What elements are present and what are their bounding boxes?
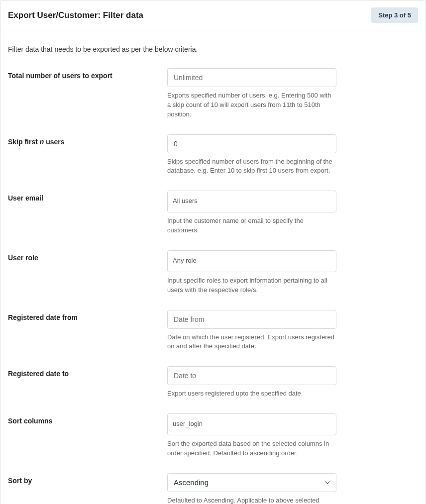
email-input[interactable]: All users [167, 191, 336, 212]
panel-body: Filter data that needs to be exported as… [0, 30, 426, 504]
role-control: Any role Input specific roles to export … [167, 250, 336, 295]
email-control: All users Input the customer name or ema… [167, 191, 336, 235]
intro-text: Filter data that needs to be exported as… [8, 45, 418, 53]
date-to-control: Export users registered upto the specifi… [167, 366, 336, 399]
date-to-input[interactable] [167, 366, 336, 385]
offset-control: Skips specified number of users from the… [167, 134, 336, 176]
field-sort-by: Sort by Ascending Defaulted to Ascending… [8, 473, 418, 504]
export-panel: Export User/Customer: Filter data Step 3… [0, 0, 426, 504]
field-limit: Total number of users to export Exports … [8, 68, 418, 119]
limit-control: Exports specified number of users. e.g. … [167, 68, 336, 119]
field-date-to: Registered date to Export users register… [8, 366, 418, 399]
date-to-label: Registered date to [8, 366, 167, 378]
field-date-from: Registered date from Date on which the u… [8, 310, 418, 352]
sort-by-label: Sort by [8, 473, 167, 485]
email-placeholder: All users [173, 197, 198, 204]
limit-input[interactable] [167, 68, 336, 87]
offset-label-post: users [44, 138, 64, 146]
limit-helper: Exports specified number of users. e.g. … [167, 91, 336, 119]
sort-by-select[interactable]: Ascending [167, 473, 336, 492]
date-from-input[interactable] [167, 310, 336, 329]
date-from-label: Registered date from [8, 310, 167, 321]
sort-columns-input[interactable]: user_login [167, 413, 336, 435]
sort-columns-value: user_login [173, 420, 203, 427]
sort-by-helper: Defaulted to Ascending. Applicable to ab… [167, 496, 336, 504]
page-title: Export User/Customer: Filter data [8, 10, 143, 20]
sort-columns-label: Sort columns [8, 413, 167, 425]
limit-label: Total number of users to export [8, 68, 167, 80]
sort-by-control: Ascending Defaulted to Ascending. Applic… [167, 473, 336, 504]
sort-by-select-wrap: Ascending [167, 473, 336, 492]
offset-label: Skip first n users [8, 134, 167, 146]
field-offset: Skip first n users Skips specified numbe… [8, 134, 418, 176]
field-role: User role Any role Input specific roles … [8, 250, 418, 295]
offset-label-pre: Skip first [8, 138, 40, 146]
sort-columns-control: user_login Sort the exported data based … [167, 413, 336, 458]
offset-helper: Skips specified number of users from the… [167, 157, 336, 176]
role-label: User role [8, 250, 167, 262]
sort-columns-helper: Sort the exported data based on the sele… [167, 439, 336, 458]
field-email: User email All users Input the customer … [8, 191, 418, 235]
offset-input[interactable] [167, 134, 336, 153]
role-placeholder: Any role [173, 257, 197, 264]
role-helper: Input specific roles to export informati… [167, 276, 336, 295]
email-label: User email [8, 191, 167, 202]
step-badge: Step 3 of 5 [371, 7, 418, 23]
date-from-control: Date on which the user registered. Expor… [167, 310, 336, 352]
role-input[interactable]: Any role [167, 250, 336, 272]
email-helper: Input the customer name or email to spec… [167, 216, 336, 235]
date-from-helper: Date on which the user registered. Expor… [167, 333, 336, 352]
panel-header: Export User/Customer: Filter data Step 3… [0, 0, 426, 30]
field-sort-columns: Sort columns user_login Sort the exporte… [8, 413, 418, 458]
date-to-helper: Export users registered upto the specifi… [167, 389, 336, 399]
